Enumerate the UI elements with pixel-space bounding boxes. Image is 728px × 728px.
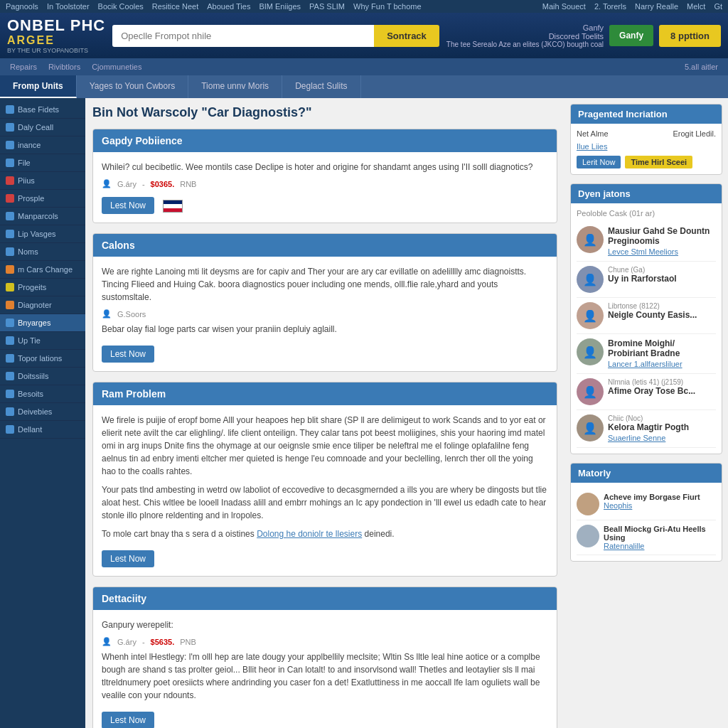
panel-dyen: Dyen jatons Peoloble Cask (01r ar) 👤 Mau… [570, 183, 722, 454]
sidebar-label-daly: Daly Ceall [18, 123, 53, 132]
person-link-3[interactable]: Lancer 1.allfaersliluer [608, 360, 682, 368]
article-card-2: Calons We are righte Lanoing mti lit dey… [92, 233, 557, 372]
learnmore-btn-1[interactable]: Lest Now [102, 197, 154, 214]
sidebar-item-topor[interactable]: Topor lations [0, 350, 85, 368]
sidebar-item-file[interactable]: File [0, 154, 85, 172]
header-link2[interactable]: Discored Toelits [446, 32, 604, 41]
sidebar-item-noms[interactable]: Noms [0, 243, 85, 261]
sub-nav-links: Ganfy Discored Toelits The tee Serealo A… [446, 23, 604, 48]
topnav-item-3[interactable]: Resitice Neet [152, 2, 198, 11]
sidebar-icon-file [6, 159, 14, 167]
panel-dyen-sublabel: (01r ar) [629, 209, 655, 218]
sidebar-item-inance[interactable]: inance [0, 136, 85, 154]
sidebar-icon-doitssiils [6, 372, 14, 380]
sidebar-item-manparcols[interactable]: Manparcols [0, 208, 85, 225]
sidebar-item-prosple[interactable]: Prosple [0, 190, 85, 208]
mat-name-1: Beall Miockg Gri-Atu Heells Using [604, 525, 716, 542]
sidebar-label-bnyarges: Bnyarges [18, 318, 50, 327]
sidebar-item-lip-vasges[interactable]: Lip Vasges [0, 225, 85, 243]
sidebar-item-progeits[interactable]: Progeits [0, 279, 85, 296]
person-link-5[interactable]: Suaerline Senne [608, 434, 665, 442]
article-meta-4: 👤 G.áry - $5635. PNB [102, 637, 548, 646]
topnav-item-1[interactable]: In Toolstoter [47, 2, 90, 11]
meta-user-icon-4: 👤 [102, 637, 112, 646]
panel-link1[interactable]: Ilue Liies [577, 142, 607, 151]
topnav-item-8[interactable]: Maih Souect [542, 2, 586, 11]
header-link1[interactable]: Ganfy [446, 23, 604, 32]
article-body-1: Whilei? cul becibetlic. Wee montils case… [93, 152, 557, 223]
topnav-item-6[interactable]: PAS SLIM [309, 2, 345, 11]
sidebar-item-besoits[interactable]: Besoits [0, 385, 85, 403]
sidebar-icon-cars [6, 265, 14, 274]
topnav-item-11[interactable]: Melct [687, 2, 705, 11]
sidebar-item-piius[interactable]: Piius [0, 172, 85, 190]
logo-sub: ARGEE [7, 34, 105, 47]
top-navigation: Pagnools In Toolstoter Bocik Cooles Resi… [0, 0, 728, 13]
sidebar-icon-dellant [6, 425, 14, 434]
sidebar-icon-up-tie [6, 336, 14, 345]
meta-user-icon-2: 👤 [102, 309, 112, 318]
tab-tiome[interactable]: Tiome unnv Moris [188, 75, 282, 98]
panel-btn-time[interactable]: Time Hirl Sceei [625, 156, 692, 168]
article-card-3: Ram Problem We firele is puijie of eropf… [92, 382, 557, 577]
panel-btn-learnow[interactable]: Lerit Now [577, 156, 621, 168]
article-text-3c: To mole cart bnay tha s sera d a oistine… [102, 528, 548, 540]
right-panel: Pragented Incriation Net Alme Erogit Lle… [564, 98, 728, 728]
sidebar-icon-bnyarges [6, 318, 14, 327]
article-user-4: G.áry [117, 638, 136, 646]
topnav-item-7[interactable]: Why Fun T bchome [353, 2, 422, 11]
sidebar-item-daly-ceall[interactable]: Daly Ceall [0, 119, 85, 136]
topnav-item-4[interactable]: Aboued Ties [207, 2, 250, 11]
ganfy-button[interactable]: Ganfy [609, 25, 653, 46]
logo-area: ONBEL PHC ARGEE BY THE UR SYOPANOBITS [7, 17, 105, 54]
mat-link-0[interactable]: Neophis [604, 501, 632, 510]
sidebar-icon-lip [6, 230, 14, 238]
sidebar-item-diagnoter[interactable]: Diagnoter [0, 296, 85, 314]
topnav-item-12[interactable]: Gt [714, 2, 722, 11]
subnav-repairs[interactable]: Repairs [6, 61, 41, 73]
sidebar-item-cars-change[interactable]: m Cars Change [0, 261, 85, 279]
article-user-1: G.áry [117, 180, 136, 188]
article-header-2: Calons [93, 234, 557, 257]
sidebar-item-dellant[interactable]: Dellant [0, 421, 85, 439]
tab-fromp-units[interactable]: Fromp Units [0, 75, 77, 98]
person-item-2: 👤 Librtonse (8122) Neigle County Easis..… [577, 298, 716, 334]
topnav-item-10[interactable]: Narry Realle [635, 2, 678, 11]
logo-tagline: BY THE UR SYOPANOBITS [7, 47, 105, 54]
search-input[interactable] [112, 25, 374, 47]
sidebar-label-diagnoter: Diagnoter [18, 301, 52, 309]
article-text-3a: We firele is puijie of eropf bome Alll y… [102, 414, 548, 478]
person-link-0[interactable]: Levce Stml Meeliors [608, 247, 678, 256]
learnmore-btn-2[interactable]: Lest Now [102, 346, 154, 363]
sidebar-label-deivebies: Deivebies [18, 407, 52, 416]
subnav-5all[interactable]: 5.all aitler [680, 61, 722, 73]
panel-pragented: Pragented Incriation Net Alme Erogit Lle… [570, 104, 722, 175]
topnav-item-5[interactable]: BIM Eniiges [259, 2, 301, 11]
article-link-3[interactable]: Dolong he doniolr te llesiers [257, 529, 362, 539]
search-button[interactable]: Sontrack [374, 25, 439, 47]
option-button[interactable]: 8 ppttion [659, 25, 721, 47]
tab-yages[interactable]: Yages to Youn Cwbors [77, 75, 189, 98]
subnav-rivbtlors[interactable]: Rivibtlors [44, 61, 85, 73]
sidebar-item-deivebies[interactable]: Deivebies [0, 403, 85, 421]
learnmore-btn-3[interactable]: Lest Now [102, 550, 154, 567]
mat-info-0: Acheve imy Borgase Fiurt Neophis [604, 493, 716, 510]
subnav-communities[interactable]: Cjommuneties [87, 61, 146, 73]
sidebar-icon-piius [6, 176, 14, 185]
sidebar-icon-besoits [6, 390, 14, 398]
mat-link-1[interactable]: Ratennalille [604, 542, 644, 550]
sidebar-item-bnyarges[interactable]: Bnyarges [0, 314, 85, 332]
sidebar-item-base-fidets[interactable]: Base Fidets [0, 101, 85, 119]
topnav-item-9[interactable]: 2. Torerls [594, 2, 626, 11]
learnmore-btn-4[interactable]: Lest Now [102, 712, 154, 728]
sidebar-icon-topor [6, 354, 14, 363]
topnav-item-0[interactable]: Pagnools [6, 2, 38, 11]
person-sub-5: Chiic (Noc) [608, 414, 716, 422]
sidebar-item-doitssiils[interactable]: Doitssiils [0, 368, 85, 385]
sidebar-item-up-tie[interactable]: Up Tie [0, 332, 85, 350]
topnav-item-2[interactable]: Bocik Cooles [98, 2, 144, 11]
panel-dyen-label: Peoloble Cask [577, 209, 627, 218]
mat-name-0: Acheve imy Borgase Fiurt [604, 493, 716, 501]
person-item-0: 👤 Mausiur Gahd Se Dountn Preginoomis Lev… [577, 222, 716, 262]
tab-deglact[interactable]: Deglact Sulits [282, 75, 360, 98]
